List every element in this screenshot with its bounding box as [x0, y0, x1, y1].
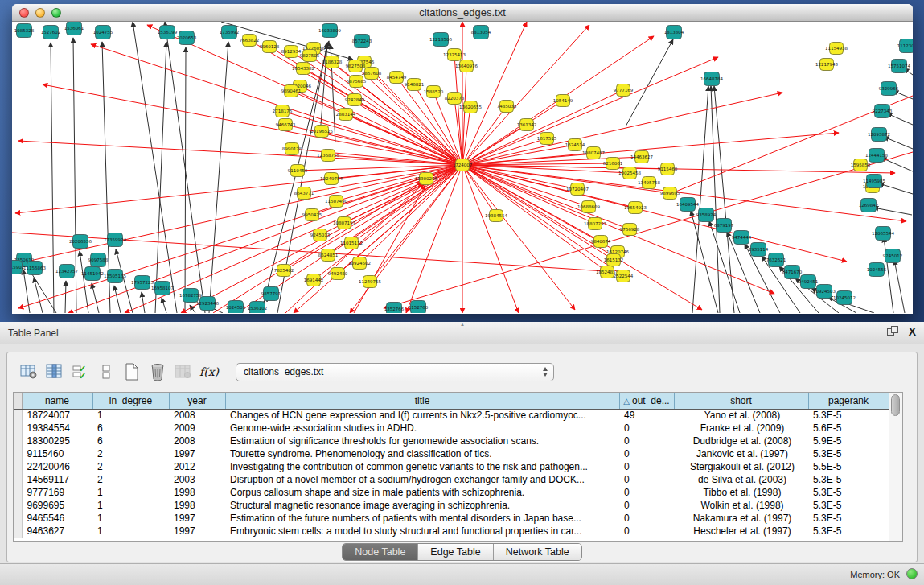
cell-page[interactable]: 5.3E-5 [808, 512, 889, 525]
cell-in[interactable]: 1 [92, 525, 169, 538]
cell-out[interactable]: 0 [619, 447, 674, 460]
cell-title[interactable]: Changes of HCN gene expression and I(f) … [225, 409, 619, 422]
cell-out[interactable]: 0 [619, 460, 674, 473]
cell-short[interactable]: Jankovic et al. (1997) [674, 447, 808, 460]
table-row[interactable]: 946362711997Embryonic stem cells: a mode… [14, 525, 889, 538]
cell-page[interactable]: 5.3E-5 [808, 409, 889, 422]
cell-page[interactable]: 5.3E-5 [808, 486, 889, 499]
cell-name[interactable]: 9465546 [22, 512, 92, 525]
cell-out[interactable]: 0 [619, 525, 674, 538]
cell-in[interactable]: 6 [92, 435, 169, 447]
cell-name[interactable]: 9115460 [22, 447, 92, 460]
cell-title[interactable]: Structural magnetic resonance image aver… [225, 499, 619, 512]
table-row[interactable]: 1830029562008Estimation of significance … [14, 435, 889, 447]
cell-name[interactable]: 9699695 [22, 499, 92, 512]
cell-page[interactable]: 5.5E-5 [808, 460, 889, 473]
table-row[interactable]: 1872400712008Changes of HCN gene express… [14, 409, 889, 422]
cell-page[interactable]: 5.3E-5 [808, 499, 889, 512]
cell-short[interactable]: Wolkin et al. (1998) [674, 499, 808, 512]
cell-in[interactable]: 1 [92, 512, 169, 525]
cell-title[interactable]: Estimation of significance thresholds fo… [225, 435, 619, 447]
function-builder-button[interactable]: f(x) [199, 360, 220, 383]
cell-in[interactable]: 2 [92, 460, 169, 473]
cell-name[interactable]: 14569117 [22, 473, 92, 486]
cell-out[interactable]: 0 [619, 435, 674, 447]
cell-in[interactable]: 1 [92, 486, 169, 499]
cell-year[interactable]: 2008 [169, 409, 225, 422]
cell-name[interactable]: 18724007 [22, 409, 92, 422]
network-canvas[interactable]: 1724007183002951938455476638228960128891… [12, 22, 913, 313]
table-row[interactable]: 946554611997Estimation of the future num… [14, 512, 889, 525]
cell-year[interactable]: 1997 [169, 512, 225, 525]
cell-page[interactable]: 5.3E-5 [808, 447, 889, 460]
cell-title[interactable]: Genome-wide association studies in ADHD. [225, 422, 619, 435]
cell-title[interactable]: Disruption of a novel member of a sodium… [225, 473, 619, 486]
column-header-year[interactable]: year [169, 393, 225, 409]
column-header-short[interactable]: short [674, 393, 808, 409]
cell-name[interactable]: 9463627 [22, 525, 92, 538]
cell-year[interactable]: 1998 [169, 486, 225, 499]
tab-node-table[interactable]: Node Table [343, 544, 418, 560]
float-panel-button[interactable] [887, 326, 899, 338]
cell-year[interactable]: 2003 [169, 473, 225, 486]
column-header-in_degree[interactable]: in_degree [92, 393, 169, 409]
cell-page[interactable]: 5.3E-5 [808, 473, 889, 486]
table-row[interactable]: 2242004622012Investigating the contribut… [14, 460, 889, 473]
table-scrollbar[interactable] [889, 393, 902, 541]
cell-out[interactable]: 0 [619, 486, 674, 499]
close-panel-button[interactable]: X [909, 326, 916, 338]
table-row[interactable]: 1938455462009Genome-wide association stu… [14, 422, 889, 435]
show-column-button[interactable] [44, 360, 65, 383]
cell-year[interactable]: 1998 [169, 499, 225, 512]
table-mode-button[interactable] [18, 360, 39, 383]
cell-name[interactable]: 19384554 [22, 422, 92, 435]
cell-year[interactable]: 2008 [169, 435, 225, 447]
table-chooser-select[interactable]: citations_edges.txt [236, 363, 554, 381]
cell-in[interactable]: 2 [92, 447, 169, 460]
column-header-out_de[interactable]: △out_de... [619, 393, 674, 409]
network-window-titlebar[interactable]: citations_edges.txt [12, 4, 913, 22]
cell-page[interactable]: 5.3E-5 [808, 525, 889, 538]
cell-name[interactable]: 9777169 [22, 486, 92, 499]
new-column-button[interactable] [121, 360, 142, 383]
cell-title[interactable]: Embryonic stem cells: a model to study s… [225, 525, 619, 538]
cell-year[interactable]: 1997 [169, 525, 225, 538]
column-header-name[interactable]: name [22, 393, 92, 409]
delete-table-button[interactable] [173, 360, 194, 383]
scrollbar-thumb[interactable] [891, 394, 900, 416]
cell-short[interactable]: Stergiakouli et al. (2012) [674, 460, 808, 473]
row-mode-button[interactable] [96, 360, 117, 383]
table-row[interactable]: 977716911998Corpus callosum shape and si… [14, 486, 889, 499]
cell-out[interactable]: 49 [619, 409, 674, 422]
cell-out[interactable]: 0 [619, 422, 674, 435]
cell-in[interactable]: 1 [92, 499, 169, 512]
cell-title[interactable]: Corpus callosum shape and size in male p… [225, 486, 619, 499]
cell-in[interactable]: 2 [92, 473, 169, 486]
table-row[interactable]: 969969511998Structural magnetic resonanc… [14, 499, 889, 512]
cell-short[interactable]: Hescheler et al. (1997) [674, 525, 808, 538]
cell-in[interactable]: 6 [92, 422, 169, 435]
cell-short[interactable]: Franke et al. (2009) [674, 422, 808, 435]
cell-out[interactable]: 0 [619, 512, 674, 525]
cell-name[interactable]: 22420046 [22, 460, 92, 473]
cell-short[interactable]: Yano et al. (2008) [674, 409, 808, 422]
table-row[interactable]: 911546021997Tourette syndrome. Phenomeno… [14, 447, 889, 460]
table-row[interactable]: 1456911722003Disruption of a novel membe… [14, 473, 889, 486]
splitter-grip[interactable]: ▲ [458, 323, 466, 327]
column-header-title[interactable]: title [225, 393, 619, 409]
cell-out[interactable]: 0 [619, 473, 674, 486]
cell-short[interactable]: Nakamura et al. (1997) [674, 512, 808, 525]
cell-short[interactable]: de Silva et al. (2003) [674, 473, 808, 486]
cell-year[interactable]: 2012 [169, 460, 225, 473]
cell-title[interactable]: Estimation of the future numbers of pati… [225, 512, 619, 525]
memory-indicator[interactable] [906, 568, 918, 579]
tab-network-table[interactable]: Network Table [494, 544, 581, 560]
cell-title[interactable]: Tourette syndrome. Phenomenology and cla… [225, 447, 619, 460]
cell-out[interactable]: 0 [619, 499, 674, 512]
cell-year[interactable]: 2009 [169, 422, 225, 435]
cell-name[interactable]: 18300295 [22, 435, 92, 447]
column-selection-button[interactable]: ✓✓ [70, 360, 91, 383]
delete-column-button[interactable] [147, 360, 168, 383]
column-header-pagerank[interactable]: pagerank [808, 393, 889, 409]
cell-in[interactable]: 1 [92, 409, 169, 422]
